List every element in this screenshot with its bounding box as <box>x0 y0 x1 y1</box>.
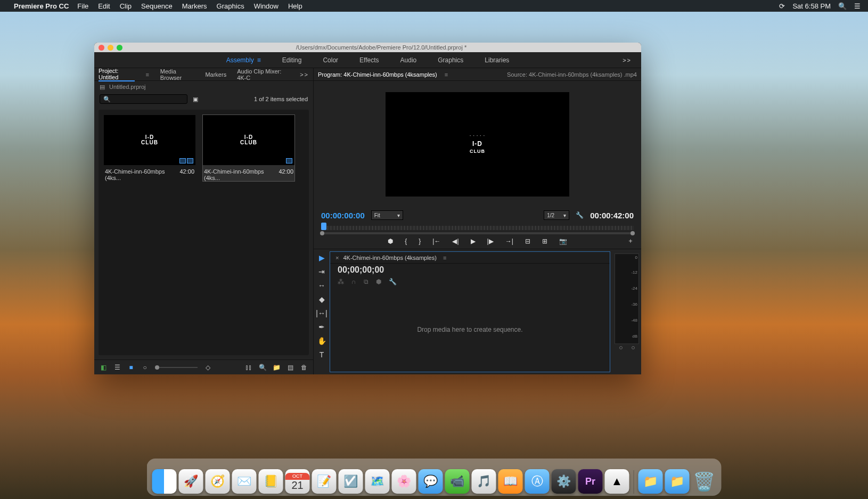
dock-folder-downloads-icon[interactable]: 📁 <box>665 469 690 494</box>
dock-launchpad-icon[interactable]: 🚀 <box>179 469 203 494</box>
icon-view-icon[interactable]: ■ <box>127 364 135 371</box>
find-icon[interactable]: 🔍 <box>259 364 266 371</box>
dock-appstore-icon[interactable]: Ⓐ <box>525 469 550 494</box>
dock-finder-icon[interactable] <box>152 469 177 494</box>
clip-item[interactable]: I-DCLUB 4K-Chimei-inn-60mbps (4ks... 42:… <box>203 115 294 181</box>
freeform-view-icon[interactable]: ○ <box>141 364 149 371</box>
write-lock-icon[interactable]: ◧ <box>100 364 107 371</box>
timeline-panel-menu-icon[interactable]: ≡ <box>443 255 446 261</box>
dock-itunes-icon[interactable]: 🎵 <box>472 469 496 494</box>
fit-dropdown[interactable]: Fit▾ <box>371 210 403 220</box>
dock-app-icon[interactable]: ▲ <box>605 469 629 494</box>
audio-meter[interactable]: 0 -12 -24 -36 -48 dB <box>615 253 639 344</box>
ripple-edit-tool-icon[interactable]: ↔ <box>318 281 325 290</box>
dock-messages-icon[interactable]: 💬 <box>419 469 443 494</box>
razor-tool-icon[interactable]: ◆ <box>319 295 325 304</box>
menu-clip[interactable]: Clip <box>120 2 132 10</box>
program-monitor[interactable]: · · · · · I-DCLUB <box>314 81 641 208</box>
workspace-libraries[interactable]: Libraries <box>485 56 509 64</box>
clip-thumbnail[interactable]: I-DCLUB <box>203 115 294 165</box>
new-bin-button-icon[interactable]: 📁 <box>273 364 280 371</box>
tab-audio-mixer[interactable]: Audio Clip Mixer: 4K-C <box>237 68 289 81</box>
resolution-dropdown[interactable]: 1/2▾ <box>544 210 569 220</box>
menubar-clock[interactable]: Sat 6:58 PM <box>792 2 831 10</box>
cc-status-icon[interactable]: ⟳ <box>779 2 785 10</box>
mark-in-icon[interactable]: { <box>405 238 407 245</box>
window-close-button[interactable] <box>99 45 104 51</box>
menu-edit[interactable]: Edit <box>98 2 110 10</box>
dock-reminders-icon[interactable]: ☑️ <box>339 469 363 494</box>
dock-facetime-icon[interactable]: 📹 <box>445 469 470 494</box>
add-marker-timeline-icon[interactable]: ⬢ <box>376 278 381 285</box>
new-bin-icon[interactable]: ▣ <box>193 96 198 103</box>
linked-selection-icon[interactable]: ⧉ <box>364 278 369 285</box>
selection-tool-icon[interactable]: ▶ <box>319 253 325 262</box>
go-to-in-icon[interactable]: |← <box>432 238 440 245</box>
app-menu[interactable]: Premiere Pro CC <box>14 2 69 10</box>
dock-preferences-icon[interactable]: ⚙️ <box>552 469 576 494</box>
pen-tool-icon[interactable]: ✒ <box>318 323 325 331</box>
workspace-menu-icon[interactable]: ≡ <box>257 56 261 64</box>
dock-mail-icon[interactable]: ✉️ <box>232 469 257 494</box>
timeline-drop-zone[interactable]: Drop media here to create sequence. <box>330 287 610 372</box>
sort-icon[interactable]: ◇ <box>204 364 211 371</box>
dock-trash-icon[interactable]: 🗑️ <box>692 469 716 494</box>
timeline-tab-close-icon[interactable]: × <box>335 255 339 261</box>
tab-program-monitor[interactable]: Program: 4K-Chimei-inn-60mbps (4ksamples… <box>318 71 437 78</box>
workspace-graphics[interactable]: Graphics <box>438 56 463 64</box>
step-forward-icon[interactable]: |▶ <box>487 238 494 245</box>
panel-menu-icon[interactable]: ≡ <box>145 71 149 78</box>
spotlight-icon[interactable]: 🔍 <box>838 2 847 10</box>
settings-wrench-icon[interactable]: 🔧 <box>576 211 584 219</box>
notification-center-icon[interactable]: ☰ <box>854 2 861 10</box>
zoom-slider[interactable] <box>155 367 198 368</box>
window-minimize-button[interactable] <box>108 45 113 51</box>
solo-left-icon[interactable] <box>619 346 623 349</box>
workspace-editing[interactable]: Editing <box>282 56 302 64</box>
list-view-icon[interactable]: ☰ <box>113 364 121 371</box>
dock-photos-icon[interactable]: 🌸 <box>392 469 416 494</box>
clip-item[interactable]: I-DCLUB 4K-Chimei-inn-60mbps (4ks... 42:… <box>104 115 195 181</box>
program-panel-menu-icon[interactable]: ≡ <box>445 71 448 78</box>
insert-sequence-icon[interactable]: ⁂ <box>338 278 344 285</box>
project-bin[interactable]: I-DCLUB 4K-Chimei-inn-60mbps (4ks... 42:… <box>99 110 309 355</box>
workspace-assembly[interactable]: Assembly≡ <box>226 56 261 64</box>
menu-file[interactable]: File <box>77 2 88 10</box>
dock-notes-icon[interactable]: 📝 <box>312 469 337 494</box>
new-item-icon[interactable]: ▤ <box>286 364 294 371</box>
current-timecode[interactable]: 00:00:00:00 <box>321 211 365 220</box>
workspace-overflow[interactable]: >> <box>623 57 632 63</box>
menu-graphics[interactable]: Graphics <box>217 2 244 10</box>
type-tool-icon[interactable]: T <box>320 350 324 359</box>
export-frame-icon[interactable]: 📷 <box>559 238 567 245</box>
lift-icon[interactable]: ⊟ <box>525 238 530 245</box>
dock-maps-icon[interactable]: 🗺️ <box>365 469 390 494</box>
track-select-tool-icon[interactable]: ⇥ <box>318 267 325 276</box>
dock-folder-apps-icon[interactable]: 📁 <box>638 469 663 494</box>
timeline-settings-icon[interactable]: 🔧 <box>389 278 397 285</box>
extract-icon[interactable]: ⊞ <box>542 238 547 245</box>
button-editor-icon[interactable]: ＋ <box>627 236 634 246</box>
add-marker-icon[interactable]: ⬢ <box>388 238 393 245</box>
menu-sequence[interactable]: Sequence <box>141 2 173 10</box>
timeline-timecode[interactable]: 00;00;00;00 <box>338 265 384 275</box>
workspace-color[interactable]: Color <box>323 56 338 64</box>
step-back-icon[interactable]: ◀| <box>452 238 458 245</box>
playhead-icon[interactable] <box>321 223 326 230</box>
play-icon[interactable]: ▶ <box>471 238 476 245</box>
dock-calendar-icon[interactable]: OCT21 <box>285 469 310 494</box>
slip-tool-icon[interactable]: |↔| <box>316 309 327 317</box>
automate-sequence-icon[interactable]: ⫿⫿ <box>245 364 252 371</box>
project-search-input[interactable]: 🔍 <box>100 94 187 104</box>
scrub-ruler[interactable] <box>321 226 634 230</box>
dock-safari-icon[interactable]: 🧭 <box>206 469 230 494</box>
clip-thumbnail[interactable]: I-DCLUB <box>104 115 195 165</box>
workspace-effects[interactable]: Effects <box>359 56 379 64</box>
clear-icon[interactable]: 🗑 <box>300 364 308 371</box>
mark-out-icon[interactable]: } <box>419 238 421 245</box>
timeline-tab-name[interactable]: 4K-Chimei-inn-60mbps (4ksamples) <box>343 255 436 261</box>
menu-help[interactable]: Help <box>288 2 302 10</box>
tab-markers[interactable]: Markers <box>205 71 226 78</box>
dock-contacts-icon[interactable]: 📒 <box>259 469 283 494</box>
window-zoom-button[interactable] <box>117 45 122 51</box>
